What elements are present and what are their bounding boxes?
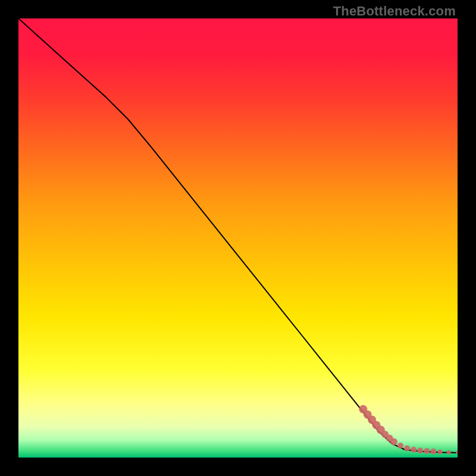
point-tail-points	[417, 447, 423, 453]
point-tail-points	[424, 448, 430, 454]
chart-svg	[18, 18, 458, 458]
point-tail-points	[397, 443, 403, 449]
watermark-text: TheBottleneck.com	[333, 4, 456, 19]
gradient-background	[18, 18, 458, 458]
point-tail-points	[437, 449, 442, 454]
point-tail-points	[411, 447, 416, 453]
chart-stage: TheBottleneck.com	[0, 0, 476, 476]
point-tail-points	[390, 438, 397, 445]
point-tail-points	[404, 446, 410, 452]
plot-area	[18, 18, 458, 458]
point-tail-points	[447, 450, 451, 455]
point-tail-points	[430, 449, 436, 455]
